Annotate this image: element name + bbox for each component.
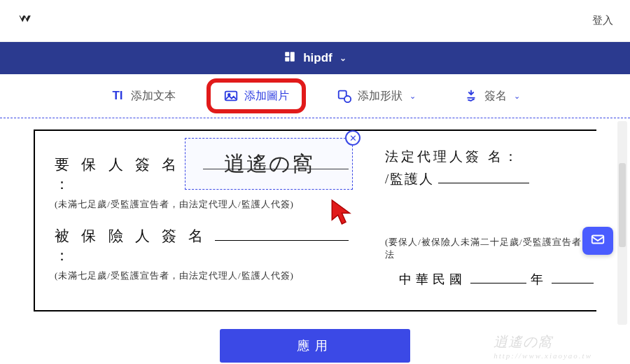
- wondershare-logo: [17, 10, 36, 32]
- brand-name: hipdf: [303, 51, 332, 65]
- signature-button[interactable]: 簽名 ⌄: [455, 84, 528, 108]
- vertical-scrollbar[interactable]: [617, 121, 627, 325]
- tool-label: 簽名: [484, 89, 507, 104]
- chevron-down-icon: ⌄: [340, 53, 346, 63]
- bottom-bar: 應用: [0, 328, 630, 364]
- date-row: 中華民國 年: [399, 271, 594, 288]
- field-note: (未滿七足歲/受監護宣告者，由法定代理人/監護人代簽): [55, 198, 294, 211]
- tool-label: 添加文本: [131, 89, 176, 104]
- editor-canvas[interactable]: 要 保 人 簽 名 ： (未滿七足歲/受監護宣告者，由法定代理人/監護人代簽) …: [0, 118, 630, 328]
- scrollbar-thumb[interactable]: [619, 163, 626, 247]
- document-page[interactable]: 要 保 人 簽 名 ： (未滿七足歲/受監護宣告者，由法定代理人/監護人代簽) …: [34, 130, 596, 312]
- hipdf-icon: [284, 50, 296, 66]
- field-label: 要 保 人 簽 名 ：: [55, 155, 199, 194]
- mail-icon: [590, 232, 606, 250]
- apply-button[interactable]: 應用: [220, 329, 410, 363]
- text-icon: TI: [110, 88, 125, 104]
- svg-rect-7: [592, 236, 604, 244]
- inserted-image-selection[interactable]: ✕ 逍遙の窩: [185, 138, 353, 190]
- date-blank: [552, 271, 594, 284]
- add-image-button[interactable]: 添加圖片: [215, 84, 298, 108]
- feedback-button[interactable]: [582, 227, 613, 255]
- image-icon: [223, 88, 239, 104]
- brand-bar[interactable]: hipdf ⌄: [0, 42, 630, 74]
- field-label: /監護人: [385, 170, 434, 188]
- app-header: 登入: [0, 0, 630, 42]
- tool-label: 添加形狀: [358, 89, 402, 104]
- svg-rect-2: [285, 57, 289, 61]
- signature-line: [215, 226, 349, 241]
- svg-rect-3: [225, 92, 237, 101]
- chevron-down-icon: ⌄: [514, 92, 520, 101]
- date-blank: [470, 271, 526, 284]
- delete-selection-button[interactable]: ✕: [345, 130, 360, 146]
- field-label: 被 保 險 人 簽 名 ：: [55, 226, 211, 265]
- close-icon: ✕: [349, 134, 357, 143]
- shape-icon: [337, 88, 352, 104]
- inserted-image-content: 逍遙の窩: [186, 150, 352, 178]
- add-text-button[interactable]: TI 添加文本: [102, 84, 184, 108]
- add-shape-button[interactable]: 添加形狀 ⌄: [328, 84, 424, 108]
- field-note: (未滿七足歲/受監護宣告者，由法定代理人/監護人代簽): [55, 270, 294, 282]
- svg-rect-0: [285, 52, 289, 56]
- signature-icon: [463, 88, 479, 104]
- tool-label: 添加圖片: [244, 89, 289, 104]
- chevron-down-icon: ⌄: [410, 92, 416, 101]
- signature-line: [438, 170, 529, 183]
- form-right-column: 法定代理人簽 名： /監護人: [385, 148, 609, 188]
- svg-point-6: [344, 96, 351, 102]
- field-label: 法定代理人簽 名：: [385, 148, 520, 166]
- footer-note: (要保人/被保險人未滿二十足歲/受監護宣告者，法: [385, 236, 596, 261]
- login-link[interactable]: 登入: [592, 14, 613, 27]
- editor-toolbar: TI 添加文本 添加圖片 添加形狀 ⌄ 簽名 ⌄: [0, 74, 630, 118]
- svg-rect-1: [290, 52, 295, 62]
